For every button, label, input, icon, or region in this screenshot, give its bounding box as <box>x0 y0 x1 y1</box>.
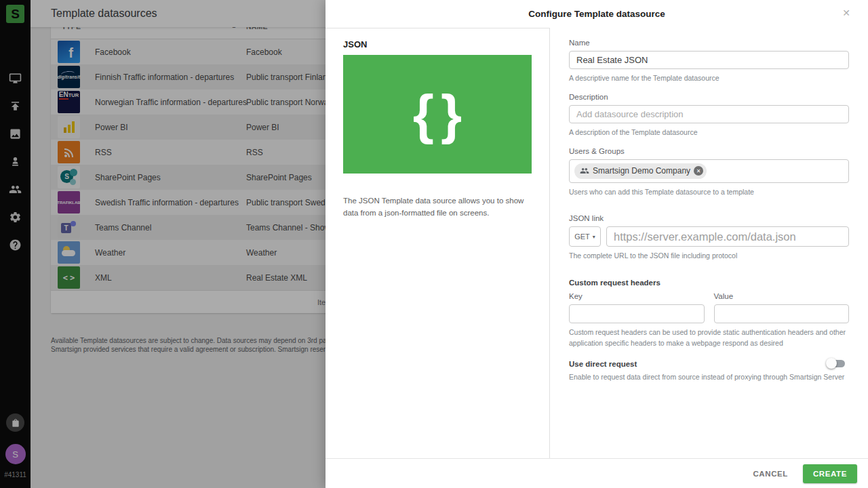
chevron-down-icon: ▾ <box>593 234 595 240</box>
http-method-dropdown[interactable]: GET ▾ <box>569 226 601 247</box>
direct-request-label: Use direct request <box>569 360 637 368</box>
direct-request-toggle[interactable] <box>828 360 845 367</box>
header-value-input[interactable] <box>714 304 850 323</box>
chip-remove-icon[interactable]: ✕ <box>694 166 703 176</box>
cancel-button[interactable]: CANCEL <box>745 464 796 483</box>
close-icon[interactable]: ✕ <box>842 7 850 18</box>
chip-label: Smartsign Demo Company <box>593 166 690 176</box>
group-icon <box>580 166 589 176</box>
custom-headers-helper: Custom request headers can be used to pr… <box>569 327 849 349</box>
description-helper: A description of the Template datasource <box>569 127 849 138</box>
name-helper: A descriptive name for the Template data… <box>569 73 849 84</box>
user-group-chip[interactable]: Smartsign Demo Company ✕ <box>574 163 707 179</box>
description-label: Description <box>569 93 849 101</box>
direct-request-helper: Enable to request data direct from sourc… <box>569 372 849 383</box>
users-groups-label: Users & Groups <box>569 147 849 155</box>
name-input[interactable] <box>569 51 849 69</box>
create-button[interactable]: CREATE <box>803 464 857 483</box>
datasource-description-text: The JSON Template data source allows you… <box>343 195 532 220</box>
description-input[interactable] <box>569 105 849 123</box>
users-groups-field[interactable]: Smartsign Demo Company ✕ <box>569 159 849 183</box>
datasource-form: Name A descriptive name for the Template… <box>549 28 868 458</box>
json-tile: { } <box>343 55 532 174</box>
brace-close-glyph: } <box>441 87 462 142</box>
name-label: Name <box>569 39 849 47</box>
datasource-type-heading: JSON <box>343 39 532 49</box>
json-url-input[interactable] <box>606 226 849 247</box>
modal-title: Configure Template datasource <box>528 9 665 19</box>
custom-headers-label: Custom request headers <box>569 279 849 287</box>
configure-datasource-modal: Configure Template datasource ✕ JSON { }… <box>326 0 868 488</box>
users-groups-helper: Users who can add this Template datasour… <box>569 187 849 198</box>
json-link-label: JSON link <box>569 214 849 222</box>
header-value-label: Value <box>714 292 850 300</box>
header-key-label: Key <box>569 292 705 300</box>
json-link-helper: The complete URL to the JSON file includ… <box>569 251 849 262</box>
header-key-input[interactable] <box>569 304 705 323</box>
datasource-info-pane: JSON { } The JSON Template data source a… <box>326 28 549 458</box>
brace-open-glyph: { <box>413 87 434 142</box>
